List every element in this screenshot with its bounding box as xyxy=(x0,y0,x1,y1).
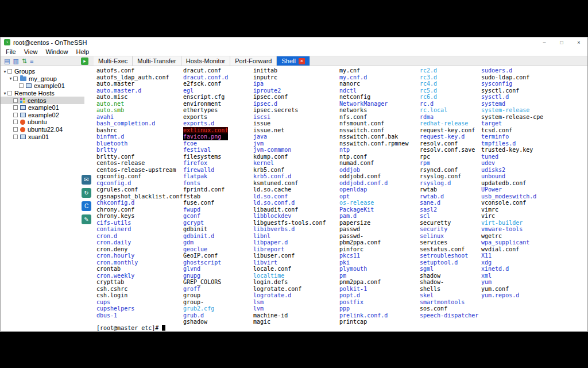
file-entry: systemd xyxy=(481,101,543,108)
tree-item-xuan01[interactable]: xuan01 xyxy=(1,133,84,140)
host-checkbox[interactable] xyxy=(13,76,18,81)
open-session-icon[interactable]: ▥ xyxy=(13,58,18,64)
tab-port-forward[interactable]: Port-Forward xyxy=(230,56,277,66)
file-entry: skel xyxy=(420,292,478,299)
expand-arrow-icon[interactable]: ▾ xyxy=(8,76,13,81)
title-bar: › root@centos - OnTheSSH –□× xyxy=(1,37,587,47)
tree-item-example01[interactable]: example01 xyxy=(1,104,84,112)
file-entry: rc5.d xyxy=(420,87,478,94)
file-entry: numad.conf xyxy=(339,160,408,167)
host-checkbox[interactable] xyxy=(13,105,18,110)
file-entry: sysctl.d xyxy=(481,94,543,101)
tab-strip: Multi-ExecMulti-TransferHosts-MonitorPor… xyxy=(94,56,310,66)
file-entry: fstab xyxy=(183,193,228,200)
file-entry: magic xyxy=(253,319,326,325)
tab-shell[interactable]: Shell× xyxy=(277,56,310,66)
session-toggle-icon[interactable]: ▸ xyxy=(81,57,88,65)
host-checkbox[interactable] xyxy=(13,127,18,132)
file-entry: libblockdev xyxy=(253,213,326,220)
file-entry: festival xyxy=(183,147,228,154)
file-entry: brltty.conf xyxy=(96,154,183,160)
tree-item-centos[interactable]: centos xyxy=(1,97,84,104)
host-checkbox[interactable] xyxy=(7,69,12,74)
host-tree: ▾Groups▾my_groupexample01▾Remote Hostsce… xyxy=(1,66,94,331)
menu-file[interactable]: File xyxy=(2,48,20,55)
file-entry: exports.d xyxy=(183,120,228,127)
edit-icon[interactable]: ✎ xyxy=(82,214,91,224)
file-entry: GeoIP.conf xyxy=(183,252,228,259)
file-entry: iproute2 xyxy=(253,87,326,94)
close-button[interactable]: × xyxy=(570,37,587,47)
file-entry: ksmtuned.conf xyxy=(253,180,326,187)
host-checkbox[interactable] xyxy=(13,135,18,139)
file-entry: rc.d xyxy=(420,101,478,108)
file-entry: cron.weekly xyxy=(96,273,183,279)
file-entry: my.cnf xyxy=(339,67,408,74)
file-entry: setroubleshoot xyxy=(420,252,478,259)
file-entry: extlinux.conf xyxy=(183,127,228,134)
file-entry: dracut.conf.d xyxy=(183,74,228,81)
tree-item-example02[interactable]: example02 xyxy=(1,112,84,119)
file-entry: cgconfig.d xyxy=(96,180,183,187)
expand-arrow-icon[interactable]: ▾ xyxy=(2,69,7,74)
refresh-icon[interactable]: ↻ xyxy=(82,188,91,198)
tree-item-label: example01 xyxy=(34,82,65,89)
tree-item-groups[interactable]: ▾Groups xyxy=(1,68,84,75)
file-entry: rwtab.d xyxy=(420,193,478,200)
menu-view[interactable]: View xyxy=(20,48,42,55)
terminal-output[interactable]: [root@master etc]# autofs.confautofs_lda… xyxy=(94,66,587,331)
host-checkbox[interactable] xyxy=(19,83,24,88)
file-entry: auto.master.d xyxy=(96,87,183,94)
tab-multi-transfer[interactable]: Multi-Transfer xyxy=(133,56,181,66)
file-entry: pnm2ppa.conf xyxy=(339,279,408,286)
file-entry: group xyxy=(183,292,228,299)
file-entry: fwupd xyxy=(183,206,228,213)
menu-window[interactable]: Window xyxy=(41,48,72,55)
host-checkbox[interactable] xyxy=(13,120,18,124)
mail-icon[interactable]: ✉ xyxy=(82,175,91,185)
file-entry: rc2.d xyxy=(420,67,478,74)
tree-item-example01[interactable]: example01 xyxy=(1,82,84,90)
file-entry: libibverbs.d xyxy=(253,226,326,233)
file-entry: postfix xyxy=(339,299,408,306)
file-entry: ipa xyxy=(253,80,326,87)
host-checkbox[interactable] xyxy=(13,98,18,103)
file-entry: ld.so.cache xyxy=(253,186,326,193)
file-entry: binfmt.d xyxy=(96,133,183,140)
settings-icon[interactable]: ≡ xyxy=(30,58,33,64)
file-entry: speech-dispatcher xyxy=(420,312,478,319)
file-entry: egl xyxy=(183,87,228,94)
file-entry: krb5.conf xyxy=(253,167,326,174)
file-entry: ppp xyxy=(339,305,408,312)
tree-item-ubuntu22.04[interactable]: ubuntu22.04 xyxy=(1,126,84,133)
menu-help[interactable]: Help xyxy=(72,48,94,55)
file-entry: chrony.conf xyxy=(96,206,183,213)
tree-item-remote hosts[interactable]: ▾Remote Hosts xyxy=(1,90,84,97)
tab-label: Port-Forward xyxy=(235,57,272,64)
file-entry: rc3.d xyxy=(420,74,478,81)
centos-icon xyxy=(20,98,25,103)
tree-item-my_group[interactable]: ▾my_group xyxy=(1,75,84,83)
tab-hosts-monitor[interactable]: Hosts-Monitor xyxy=(181,56,230,66)
file-entry: ndctl xyxy=(339,87,408,94)
tab-multi-exec[interactable]: Multi-Exec xyxy=(94,56,133,66)
host-checkbox[interactable] xyxy=(7,91,12,95)
expand-arrow-icon[interactable]: ▾ xyxy=(2,91,7,96)
file-entry: ipsec.conf xyxy=(253,94,326,101)
file-entry: gshadow xyxy=(183,319,228,325)
host-checkbox[interactable] xyxy=(13,113,18,117)
file-entry: rsyslog.conf xyxy=(420,173,478,180)
ubuntu-icon xyxy=(20,127,25,132)
minimize-button[interactable]: – xyxy=(536,37,553,47)
file-entry: avahi xyxy=(96,114,183,121)
tree-item-ubuntu[interactable]: ubuntu xyxy=(1,118,84,126)
clear-icon[interactable]: C xyxy=(82,201,91,211)
file-entry: rsyncd.conf xyxy=(420,167,478,174)
file-entry: csh.login xyxy=(96,292,183,299)
maximize-button[interactable]: □ xyxy=(553,37,570,47)
file-entry: libpaper.d xyxy=(253,239,326,246)
transfer-icon[interactable]: ⇅ xyxy=(22,58,27,64)
file-entry: plymouth xyxy=(339,266,408,273)
new-session-icon[interactable]: ▤ xyxy=(4,58,10,64)
tab-close-icon[interactable]: × xyxy=(299,58,305,64)
